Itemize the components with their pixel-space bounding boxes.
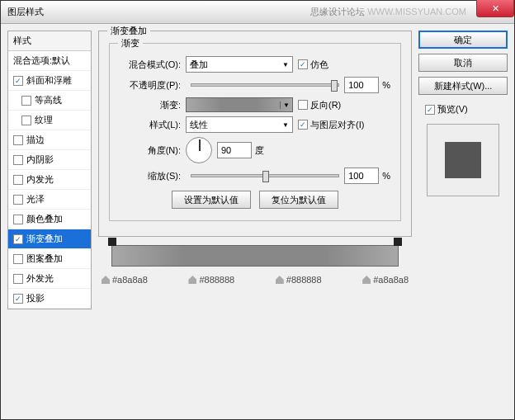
style-item-label: 外发光 [26,272,54,285]
checkbox-icon [21,96,31,106]
ok-button[interactable]: 确定 [418,31,508,49]
forum-text: 思缘设计论坛 WWW.MISSYUAN.COM [310,6,466,18]
style-item[interactable]: 图案叠加 [8,249,91,269]
preview-checkbox[interactable]: ✓预览(V) [425,103,508,116]
angle-dial[interactable] [186,137,212,163]
checkbox-icon [13,254,23,264]
style-item[interactable]: 颜色叠加 [8,210,91,229]
color-stop-label: #a8a8a8 [362,275,409,285]
blend-options-default[interactable]: 混合选项:默认 [8,51,91,71]
opacity-stop[interactable] [394,238,402,246]
checkbox-icon: ✓ [13,294,23,304]
stop-icon[interactable] [102,276,110,284]
opacity-input[interactable]: 100 [344,77,379,93]
opacity-stop[interactable] [108,238,116,246]
style-item-label: 描边 [26,134,45,146]
checkbox-icon [13,274,23,284]
style-item-label: 斜面和浮雕 [26,74,72,87]
layer-style-dialog: 图层样式 思缘设计论坛 WWW.MISSYUAN.COM ✕ 样式 混合选项:默… [0,0,515,420]
chevron-down-icon: ▼ [282,61,289,68]
gradient-label: 渐变: [120,99,181,111]
angle-label: 角度(N): [120,144,181,157]
style-item-label: 等高线 [35,94,62,106]
dither-checkbox[interactable]: ✓仿色 [298,59,328,71]
style-item-label: 光泽 [26,193,45,205]
stop-icon[interactable] [276,276,284,284]
checkbox-icon [13,175,23,185]
color-stop-label: #a8a8a8 [102,275,148,285]
checkbox-icon [13,135,23,145]
checkbox-icon: ✓ [13,76,23,86]
style-item[interactable]: 光泽 [8,190,91,210]
checkbox-icon [21,116,31,125]
checkbox-icon [13,195,23,205]
color-stop-label: #888888 [188,275,234,285]
style-item[interactable]: 等高线 [8,91,91,111]
stop-icon[interactable] [362,276,371,284]
opacity-slider[interactable] [191,83,339,87]
preview-swatch [445,142,481,178]
style-item-label: 渐变叠加 [26,233,63,245]
style-item-label: 内阴影 [26,153,54,166]
style-item-label: 颜色叠加 [26,213,63,225]
gradient-bar[interactable] [111,245,399,267]
gradient-picker[interactable]: ▼ [186,97,293,112]
blend-mode-label: 混合模式(O): [120,59,181,71]
close-button[interactable]: ✕ [476,0,514,17]
style-item[interactable]: 内发光 [8,170,91,190]
style-item[interactable]: ✓斜面和浮雕 [8,71,91,91]
styles-sidebar: 样式 混合选项:默认 ✓斜面和浮雕等高线纹理描边内阴影内发光光泽颜色叠加✓渐变叠… [7,31,92,413]
checkbox-icon [13,155,23,165]
style-item-label: 图案叠加 [26,252,63,265]
reverse-checkbox[interactable]: 反向(R) [298,99,341,111]
titlebar: 图层样式 思缘设计论坛 WWW.MISSYUAN.COM ✕ [1,1,514,24]
stop-icon[interactable] [188,276,196,284]
scale-input[interactable]: 100 [344,168,379,184]
cancel-button[interactable]: 取消 [418,54,508,72]
checkbox-icon [13,215,23,224]
checkbox-icon: ✓ [13,234,23,244]
style-item[interactable]: 外发光 [8,269,91,289]
style-item[interactable]: ✓投影 [8,289,91,309]
reset-default-button[interactable]: 复位为默认值 [259,191,338,209]
styles-header: 样式 [8,31,91,51]
style-item[interactable]: ✓渐变叠加 [8,229,91,249]
new-style-button[interactable]: 新建样式(W)... [418,77,508,95]
preview-box [427,124,499,196]
style-item-label: 内发光 [26,173,54,186]
style-item[interactable]: 描边 [8,130,91,150]
style-item-label: 纹理 [35,114,53,126]
style-dropdown[interactable]: 线性▼ [186,116,293,133]
opacity-label: 不透明度(P): [120,79,181,92]
scale-slider[interactable] [191,174,339,177]
style-label: 样式(L): [120,119,181,131]
align-checkbox[interactable]: ✓与图层对齐(I) [298,119,364,131]
window-title: 图层样式 [7,6,310,18]
color-stop-label: #888888 [276,275,322,285]
gradient-editor: #a8a8a8#888888#888888#a8a8a8 [98,245,412,285]
style-item-label: 投影 [26,292,45,304]
panel-title: 渐变叠加 [107,25,150,37]
chevron-down-icon: ▼ [280,101,292,109]
set-default-button[interactable]: 设置为默认值 [172,191,251,209]
gradient-overlay-panel: 渐变叠加 渐变 混合模式(O): 叠加▼ ✓仿色 不透明度(P): 100 % [98,31,412,237]
style-item[interactable]: 纹理 [8,111,91,130]
angle-input[interactable]: 90 [217,142,252,158]
style-item[interactable]: 内阴影 [8,150,91,170]
panel-subtitle: 渐变 [118,37,143,50]
scale-label: 缩放(S): [120,170,181,182]
chevron-down-icon: ▼ [282,121,289,129]
blend-mode-dropdown[interactable]: 叠加▼ [186,56,293,73]
